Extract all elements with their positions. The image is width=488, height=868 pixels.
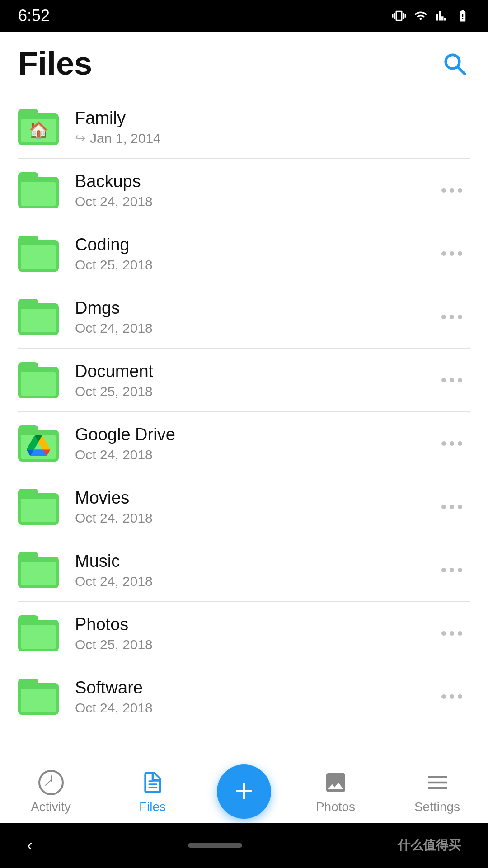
file-item-software[interactable]: Software Oct 24, 2018: [0, 665, 488, 728]
file-item-backups[interactable]: Backups Oct 24, 2018: [0, 159, 488, 222]
nav-item-files[interactable]: Files: [102, 769, 203, 814]
file-info-software: Software Oct 24, 2018: [75, 678, 434, 716]
file-date-google-drive: Oct 24, 2018: [75, 447, 434, 462]
settings-nav-icon: [424, 769, 451, 796]
plus-icon: +: [235, 775, 253, 807]
svg-rect-4: [148, 780, 152, 782]
file-info-movies: Movies Oct 24, 2018: [75, 488, 434, 526]
battery-icon: [455, 9, 470, 23]
nav-label-photos: Photos: [316, 800, 355, 814]
file-item-photos[interactable]: Photos Oct 25, 2018: [0, 602, 488, 665]
more-button-coding[interactable]: [434, 242, 470, 265]
clock-icon: [38, 770, 64, 795]
file-name-movies: Movies: [75, 488, 434, 508]
more-button-music[interactable]: [434, 559, 470, 581]
files-nav-icon: [139, 769, 166, 796]
activity-icon: [38, 769, 65, 796]
more-button-photos[interactable]: [434, 622, 470, 645]
folder-icon-google-drive: [18, 425, 59, 462]
file-name-family: Family: [75, 108, 470, 128]
watermark: 什么值得买: [398, 837, 461, 854]
file-info-backups: Backups Oct 24, 2018: [75, 172, 434, 209]
folder-icon-backups: [18, 172, 59, 208]
svg-rect-3: [148, 787, 157, 788]
file-item-music[interactable]: Music Oct 24, 2018: [0, 538, 488, 602]
nav-label-settings: Settings: [414, 800, 460, 814]
nav-item-fab[interactable]: +: [203, 764, 285, 819]
share-icon: ↪: [75, 131, 85, 146]
bottom-nav: Activity Files + Photos: [0, 760, 488, 823]
file-date-dmgs: Oct 24, 2018: [75, 321, 434, 336]
file-date-music: Oct 24, 2018: [75, 574, 434, 589]
search-button[interactable]: [438, 47, 470, 79]
nav-item-activity[interactable]: Activity: [0, 769, 102, 814]
photos-nav-icon: [322, 769, 349, 796]
file-date-family: ↪Jan 1, 2014: [75, 131, 470, 146]
home-icon: 🏠: [28, 121, 49, 140]
file-item-coding[interactable]: Coding Oct 25, 2018: [0, 222, 488, 285]
folder-icon-dmgs: [18, 299, 59, 335]
file-name-music: Music: [75, 552, 434, 571]
more-button-software[interactable]: [434, 685, 470, 708]
file-date-software: Oct 24, 2018: [75, 700, 434, 716]
wifi-icon: [413, 9, 428, 23]
file-name-photos: Photos: [75, 615, 434, 634]
file-date-photos: Oct 25, 2018: [75, 637, 434, 652]
file-item-family[interactable]: 🏠 Family ↪Jan 1, 2014: [0, 95, 488, 159]
file-name-document: Document: [75, 362, 434, 381]
more-button-movies[interactable]: [434, 495, 470, 518]
file-info-document: Document Oct 25, 2018: [75, 362, 434, 399]
file-info-photos: Photos Oct 25, 2018: [75, 615, 434, 652]
file-name-coding: Coding: [75, 235, 434, 255]
file-info-music: Music Oct 24, 2018: [75, 552, 434, 589]
nav-item-settings[interactable]: Settings: [386, 769, 488, 814]
folder-icon-coding: [18, 236, 59, 272]
nav-label-files: Files: [139, 800, 166, 814]
svg-rect-2: [148, 783, 157, 785]
back-button[interactable]: ‹: [27, 836, 33, 855]
home-pill[interactable]: [188, 843, 242, 848]
file-info-coding: Coding Oct 25, 2018: [75, 235, 434, 273]
folder-icon-family: 🏠: [18, 109, 59, 145]
folder-icon-document: [18, 362, 59, 398]
settings-icon: [425, 770, 450, 795]
svg-line-1: [458, 67, 465, 74]
file-name-dmgs: Dmgs: [75, 298, 434, 318]
file-date-coding: Oct 25, 2018: [75, 257, 434, 273]
signal-icon: [436, 9, 448, 23]
folder-icon-music: [18, 552, 59, 588]
nav-item-photos[interactable]: Photos: [285, 769, 386, 814]
file-name-google-drive: Google Drive: [75, 425, 434, 444]
file-info-google-drive: Google Drive Oct 24, 2018: [75, 425, 434, 462]
search-icon: [441, 51, 467, 76]
file-date-movies: Oct 24, 2018: [75, 510, 434, 526]
add-button[interactable]: +: [217, 764, 271, 819]
file-date-backups: Oct 24, 2018: [75, 194, 434, 209]
folder-icon-movies: [18, 489, 59, 525]
system-bar: ‹ 什么值得买: [0, 823, 488, 868]
file-item-dmgs[interactable]: Dmgs Oct 24, 2018: [0, 285, 488, 349]
folder-icon-photos: [18, 615, 59, 651]
status-bar: 6:52: [0, 0, 488, 32]
file-item-movies[interactable]: Movies Oct 24, 2018: [0, 475, 488, 538]
more-button-google-drive[interactable]: [434, 432, 470, 455]
more-button-dmgs[interactable]: [434, 306, 470, 328]
file-list: 🏠 Family ↪Jan 1, 2014 Backups: [0, 95, 488, 728]
more-button-backups[interactable]: [434, 179, 470, 202]
file-info-family: Family ↪Jan 1, 2014: [75, 108, 470, 146]
page-title: Files: [18, 45, 92, 82]
header: Files: [0, 32, 488, 95]
status-time: 6:52: [18, 6, 50, 25]
file-name-software: Software: [75, 678, 434, 698]
vibrate-icon: [392, 9, 406, 23]
file-info-dmgs: Dmgs Oct 24, 2018: [75, 298, 434, 336]
gdrive-icon: [27, 435, 50, 456]
file-item-google-drive[interactable]: Google Drive Oct 24, 2018: [0, 412, 488, 475]
file-date-document: Oct 25, 2018: [75, 384, 434, 399]
file-item-document[interactable]: Document Oct 25, 2018: [0, 349, 488, 412]
folder-icon-software: [18, 679, 59, 715]
photos-icon: [323, 770, 348, 795]
files-icon: [140, 770, 165, 795]
more-button-document[interactable]: [434, 369, 470, 392]
file-name-backups: Backups: [75, 172, 434, 191]
